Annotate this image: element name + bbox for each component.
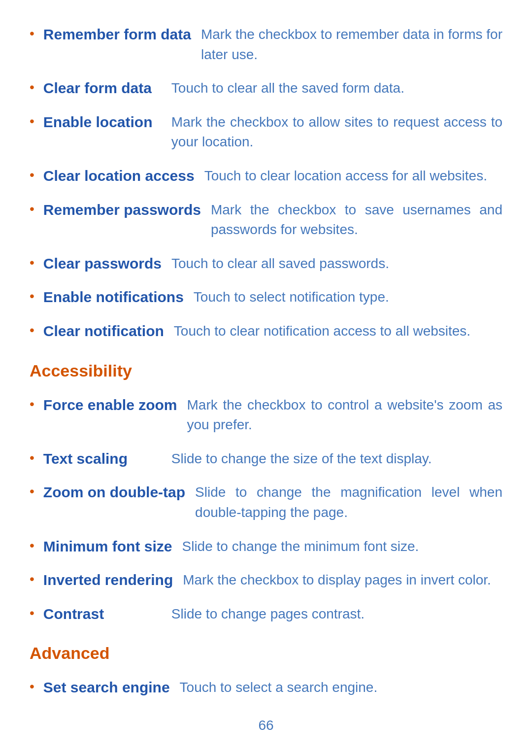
item-description: Touch to select notification type. [194,287,502,308]
advanced-section-header: Advanced [30,644,502,663]
list-item: •Enable locationMark the checkbox to all… [30,112,502,152]
bullet-icon: • [30,254,34,272]
item-term: Enable location [43,112,171,133]
accessibility-settings-list: •Force enable zoomMark the checkbox to c… [30,395,502,624]
list-item: •Remember passwordsMark the checkbox to … [30,200,502,240]
bullet-icon: • [30,678,34,695]
item-term: Zoom on double-tap [43,482,195,503]
list-item: •Zoom on double-tapSlide to change the m… [30,482,502,522]
bullet-icon: • [30,200,34,218]
item-description: Slide to change pages contrast. [171,604,502,624]
item-description: Touch to clear all saved passwords. [171,254,502,274]
item-description: Touch to select a search engine. [180,678,502,698]
list-item: •Minimum font sizeSlide to change the mi… [30,537,502,557]
item-description: Slide to change the magnification level … [195,482,502,522]
list-item: •Clear notificationTouch to clear notifi… [30,321,502,342]
list-item: •Clear passwordsTouch to clear all saved… [30,254,502,274]
item-term: Set search engine [43,678,180,698]
item-term: Clear notification [43,321,174,342]
item-term: Remember passwords [43,200,211,220]
accessibility-section-header: Accessibility [30,361,502,380]
item-description: Touch to clear all the saved form data. [171,78,502,99]
list-item: •Remember form dataMark the checkbox to … [30,25,502,65]
item-term: Inverted rendering [43,570,183,590]
bullet-icon: • [30,604,34,622]
bullet-icon: • [30,112,34,130]
advanced-settings-list: •Set search engineTouch to select a sear… [30,678,502,698]
item-description: Mark the checkbox to save usernames and … [211,200,502,240]
list-item: •Text scalingSlide to change the size of… [30,449,502,469]
bullet-icon: • [30,570,34,588]
item-term: Clear location access [43,166,204,186]
main-settings-list: •Remember form dataMark the checkbox to … [30,25,502,342]
item-term: Enable notifications [43,287,194,308]
list-item: •ContrastSlide to change pages contrast. [30,604,502,624]
item-description: Slide to change the size of the text dis… [171,449,502,469]
item-term: Clear form data [43,78,171,99]
item-description: Mark the checkbox to remember data in fo… [201,25,502,65]
list-item: •Inverted renderingMark the checkbox to … [30,570,502,590]
bullet-icon: • [30,321,34,339]
item-description: Touch to clear location access for all w… [204,166,502,186]
list-item: •Clear form dataTouch to clear all the s… [30,78,502,99]
item-description: Mark the checkbox to allow sites to requ… [171,112,502,152]
bullet-icon: • [30,395,34,413]
list-item: •Clear location accessTouch to clear loc… [30,166,502,186]
item-description: Mark the checkbox to control a website's… [187,395,502,435]
item-term: Force enable zoom [43,395,187,415]
item-term: Clear passwords [43,254,171,274]
item-description: Touch to clear notification access to al… [174,321,502,342]
item-term: Text scaling [43,449,171,469]
bullet-icon: • [30,287,34,305]
page-number: 66 [30,718,502,733]
bullet-icon: • [30,482,34,500]
bullet-icon: • [30,166,34,184]
item-description: Slide to change the minimum font size. [182,537,502,557]
list-item: •Enable notificationsTouch to select not… [30,287,502,308]
item-term: Contrast [43,604,171,624]
bullet-icon: • [30,449,34,467]
bullet-icon: • [30,537,34,554]
list-item: •Force enable zoomMark the checkbox to c… [30,395,502,435]
item-description: Mark the checkbox to display pages in in… [183,570,502,590]
item-term: Remember form data [43,25,201,45]
list-item: •Set search engineTouch to select a sear… [30,678,502,698]
item-term: Minimum font size [43,537,182,557]
bullet-icon: • [30,78,34,96]
bullet-icon: • [30,25,34,42]
